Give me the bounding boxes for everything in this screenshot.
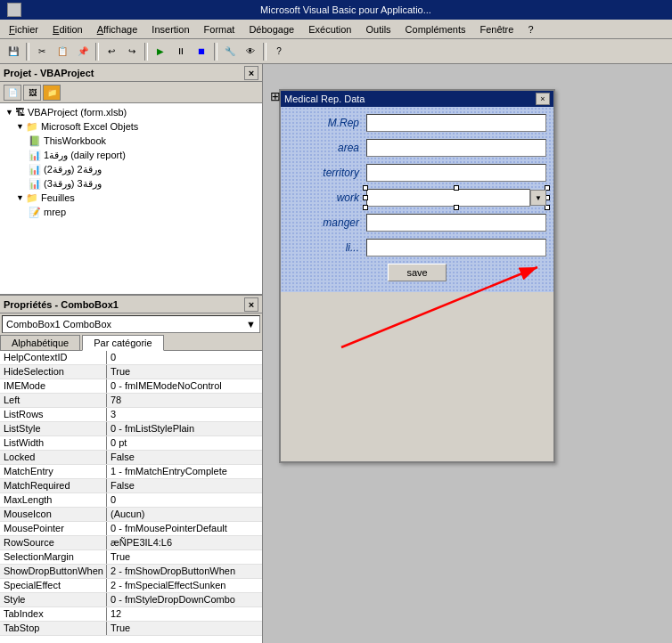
- props-key: SelectionMargin: [0, 550, 107, 564]
- form-label-mrep: M.Rep: [288, 117, 359, 129]
- form-input-territory[interactable]: [366, 164, 546, 182]
- title-bar: Microsoft Visual Basic pour Applicatio..…: [0, 0, 672, 20]
- tree-item-sheet1[interactable]: 📊 ورقة1 (daily report): [2, 148, 260, 162]
- props-combo[interactable]: ComboBox1 ComboBox ▼: [2, 315, 260, 333]
- tree-item-mrep[interactable]: 📝 mrep: [2, 205, 260, 219]
- menu-execution[interactable]: Exécution: [301, 20, 358, 38]
- toolbar-cut-btn[interactable]: ✂: [32, 42, 52, 61]
- menu-help[interactable]: ?: [520, 20, 540, 38]
- props-key: TabStop: [0, 622, 107, 635]
- tree-item-thisworkbook[interactable]: 📗 ThisWorkbook: [2, 134, 260, 148]
- props-key: MatchEntry: [0, 465, 107, 478]
- props-row: HelpContextID0: [0, 351, 262, 365]
- toolbar-undo-btn[interactable]: ↩: [102, 42, 121, 61]
- toolbar-stop-btn[interactable]: ⏹: [192, 42, 211, 61]
- menu-insertion[interactable]: Insertion: [144, 20, 196, 38]
- form-combo-wrapper: ▼: [366, 189, 546, 207]
- props-row: Style0 - fmStyleDropDownCombo: [0, 593, 262, 607]
- form-input-area[interactable]: [366, 139, 546, 157]
- menu-complements[interactable]: Compléments: [398, 20, 473, 38]
- form-row-territory: territory: [288, 164, 546, 182]
- toolbar-pause-btn[interactable]: ⏸: [171, 42, 191, 61]
- tree-item-sheet2[interactable]: 📊 ورقة2 (ورقة2): [2, 162, 260, 176]
- menu-affichage[interactable]: Affichage: [90, 20, 145, 38]
- props-value: True: [107, 622, 262, 635]
- props-key: ListStyle: [0, 422, 107, 435]
- main-layout: Projet - VBAProject × 📄 🖼 📁 ▼ 🏗 VBAProje…: [0, 64, 672, 643]
- form-save-btn[interactable]: save: [388, 264, 446, 281]
- props-row: ShowDropButtonWhen2 - fmShowDropButtonWh…: [0, 565, 262, 579]
- form-body: M.Rep area territory: [281, 107, 553, 292]
- props-row: MouseIcon(Aucun): [0, 508, 262, 522]
- project-view-code-btn[interactable]: 📄: [4, 85, 21, 101]
- form-row-li: li...: [288, 239, 546, 256]
- props-value: 1 - fmMatchEntryComplete: [107, 465, 262, 478]
- toolbar-copy-btn[interactable]: 📋: [53, 42, 72, 61]
- form-label-work: work: [288, 191, 359, 204]
- props-row: SelectionMarginTrue: [0, 550, 262, 565]
- props-value: False: [107, 479, 262, 492]
- menu-outils[interactable]: Outils: [358, 20, 397, 38]
- toolbar-paste-btn[interactable]: 📌: [73, 42, 93, 61]
- toolbar-sep-4: [214, 43, 217, 61]
- tree-item-excel-objects[interactable]: ▼ 📁 Microsoft Excel Objets: [2, 119, 260, 134]
- props-close-btn[interactable]: ×: [244, 297, 258, 312]
- props-key: HideSelection: [0, 365, 107, 378]
- form-title-bar: Medical Rep. Data ×: [281, 91, 553, 107]
- toolbar-watch-btn[interactable]: 👁: [241, 42, 260, 61]
- form-title: Medical Rep. Data: [284, 94, 365, 104]
- menu-format[interactable]: Format: [197, 20, 242, 38]
- project-view-object-btn[interactable]: 🖼: [23, 85, 41, 101]
- props-value: æÑPE3IL4:L6: [107, 536, 262, 549]
- project-toggle-folders-btn[interactable]: 📁: [43, 85, 61, 101]
- props-value: True: [107, 550, 262, 564]
- form-combo-dropdown-btn[interactable]: ▼: [530, 190, 546, 206]
- left-panel: Projet - VBAProject × 📄 🖼 📁 ▼ 🏗 VBAProje…: [0, 64, 263, 643]
- menu-fenetre[interactable]: Fenêtre: [472, 20, 520, 38]
- menu-fichier[interactable]: Fichier: [2, 20, 45, 38]
- tree-item-sheet3[interactable]: 📊 ورقة3 (ورقة3): [2, 176, 260, 191]
- form-input-mrep[interactable]: [366, 114, 546, 132]
- form-close-btn[interactable]: ×: [536, 93, 550, 105]
- props-row: Left78: [0, 394, 262, 408]
- toolbar-sep-3: [144, 43, 148, 61]
- tab-par-categorie[interactable]: Par catégorie: [82, 335, 163, 351]
- tab-alphabetique[interactable]: Alphabétique: [0, 335, 80, 350]
- menu-debogage[interactable]: Débogage: [242, 20, 301, 38]
- menu-bar: Fichier Edition Affichage Insertion Form…: [0, 20, 672, 39]
- form-row-work-inner: work: [288, 189, 546, 207]
- props-value: 0 - fmStyleDropDownCombo: [107, 593, 262, 606]
- props-row: SpecialEffect2 - fmSpecialEffectSunken: [0, 579, 262, 593]
- tree-arrow-vbaproject: ▼: [5, 108, 13, 117]
- props-key: RowSource: [0, 536, 107, 549]
- project-tree: ▼ 🏗 VBAProject (form.xlsb) ▼ 📁 Microsoft…: [0, 103, 262, 294]
- form-label-area: area: [288, 142, 359, 154]
- props-key: Left: [0, 394, 107, 407]
- right-panel: ⊞ Medical Rep. Data × M.Rep area: [263, 64, 672, 643]
- toolbar-run-btn[interactable]: ▶: [151, 42, 170, 61]
- props-title: Propriétés - ComboBox1: [4, 299, 119, 310]
- toolbar-debug-btn[interactable]: 🔧: [220, 42, 240, 61]
- form-combo-input-work[interactable]: [366, 189, 530, 207]
- tree-icon-sheet1: 📊: [29, 150, 41, 161]
- tree-item-feuilles[interactable]: ▼ 📁 Feuilles: [2, 191, 260, 205]
- tree-label-sheet3: ورقة3 (ورقة3): [44, 178, 102, 190]
- menu-edition[interactable]: Edition: [45, 20, 90, 38]
- toolbar-help-btn[interactable]: ?: [269, 42, 289, 61]
- toolbar-redo-btn[interactable]: ↪: [122, 42, 142, 61]
- props-value: 2 - fmShowDropButtonWhen: [107, 565, 262, 578]
- props-title-bar: Propriétés - ComboBox1 ×: [0, 296, 262, 313]
- form-input-li[interactable]: [366, 239, 546, 256]
- props-value: 0: [107, 493, 262, 507]
- props-row: MatchRequiredFalse: [0, 479, 262, 493]
- form-input-manger[interactable]: [366, 214, 546, 232]
- toolbar-save-btn[interactable]: 💾: [4, 42, 23, 61]
- props-combo-arrow: ▼: [246, 319, 256, 330]
- props-key: ListRows: [0, 408, 107, 421]
- props-tabs: Alphabétique Par catégorie: [0, 335, 262, 351]
- project-close-btn[interactable]: ×: [244, 66, 258, 80]
- tree-icon-sheet3: 📊: [29, 178, 41, 190]
- props-row: MatchEntry1 - fmMatchEntryComplete: [0, 465, 262, 479]
- tree-item-vbaproject[interactable]: ▼ 🏗 VBAProject (form.xlsb): [2, 105, 260, 119]
- tree-icon-vbaproject: 🏗: [15, 107, 25, 118]
